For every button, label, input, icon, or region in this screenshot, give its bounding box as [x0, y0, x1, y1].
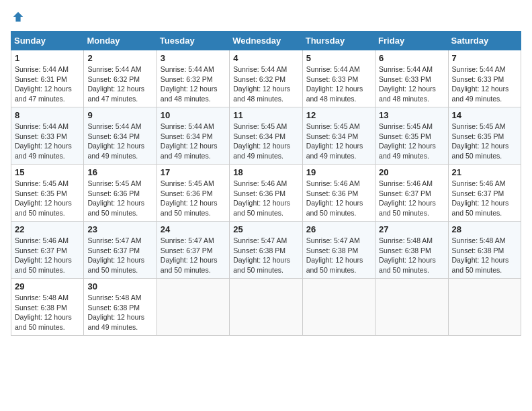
calendar-cell: [375, 279, 448, 336]
logo: [11, 11, 24, 23]
day-info: Sunrise: 5:47 AM Sunset: 6:38 PM Dayligh…: [306, 236, 371, 275]
calendar-cell: 9 Sunrise: 5:44 AM Sunset: 6:34 PM Dayli…: [84, 107, 157, 165]
day-info: Sunrise: 5:44 AM Sunset: 6:33 PM Dayligh…: [379, 64, 444, 104]
day-info: Sunrise: 5:47 AM Sunset: 6:37 PM Dayligh…: [87, 236, 152, 275]
day-info: Sunrise: 5:47 AM Sunset: 6:37 PM Dayligh…: [161, 236, 226, 275]
calendar-cell: [230, 279, 302, 336]
day-number: 25: [233, 224, 298, 234]
calendar-cell: 8 Sunrise: 5:44 AM Sunset: 6:33 PM Dayli…: [11, 107, 84, 165]
day-number: 8: [15, 110, 80, 120]
day-info: Sunrise: 5:44 AM Sunset: 6:32 PM Dayligh…: [161, 64, 226, 104]
day-number: 5: [306, 53, 371, 63]
calendar-cell: 5 Sunrise: 5:44 AM Sunset: 6:33 PM Dayli…: [302, 50, 375, 107]
day-number: 27: [379, 224, 444, 234]
calendar-cell: 26 Sunrise: 5:47 AM Sunset: 6:38 PM Dayl…: [302, 222, 375, 279]
day-number: 28: [452, 224, 517, 234]
day-number: 3: [161, 53, 226, 63]
calendar-cell: 20 Sunrise: 5:46 AM Sunset: 6:37 PM Dayl…: [375, 165, 448, 222]
day-info: Sunrise: 5:46 AM Sunset: 6:36 PM Dayligh…: [233, 179, 298, 218]
day-number: 9: [87, 110, 152, 120]
calendar-table: SundayMondayTuesdayWednesdayThursdayFrid…: [11, 31, 521, 336]
day-number: 19: [306, 167, 371, 177]
weekday-header-monday: Monday: [84, 32, 157, 50]
day-number: 13: [379, 110, 444, 120]
weekday-header-tuesday: Tuesday: [157, 32, 229, 50]
calendar-cell: 13 Sunrise: 5:45 AM Sunset: 6:35 PM Dayl…: [375, 107, 448, 165]
day-info: Sunrise: 5:46 AM Sunset: 6:36 PM Dayligh…: [306, 179, 371, 218]
day-number: 1: [15, 53, 80, 63]
day-number: 30: [87, 281, 152, 291]
calendar-cell: [157, 279, 229, 336]
day-number: 7: [452, 53, 517, 63]
day-number: 15: [15, 167, 80, 177]
day-number: 26: [306, 224, 371, 234]
calendar-cell: 10 Sunrise: 5:44 AM Sunset: 6:34 PM Dayl…: [157, 107, 229, 165]
day-number: 12: [306, 110, 371, 120]
day-info: Sunrise: 5:45 AM Sunset: 6:36 PM Dayligh…: [87, 179, 152, 218]
week-row-1: 1 Sunrise: 5:44 AM Sunset: 6:31 PM Dayli…: [11, 50, 521, 107]
week-row-2: 8 Sunrise: 5:44 AM Sunset: 6:33 PM Dayli…: [11, 107, 521, 165]
day-number: 10: [161, 110, 226, 120]
day-info: Sunrise: 5:48 AM Sunset: 6:38 PM Dayligh…: [15, 293, 80, 332]
day-number: 17: [161, 167, 226, 177]
day-info: Sunrise: 5:44 AM Sunset: 6:33 PM Dayligh…: [15, 122, 80, 161]
day-info: Sunrise: 5:46 AM Sunset: 6:37 PM Dayligh…: [15, 236, 80, 275]
calendar-cell: 19 Sunrise: 5:46 AM Sunset: 6:36 PM Dayl…: [302, 165, 375, 222]
calendar-cell: 22 Sunrise: 5:46 AM Sunset: 6:37 PM Dayl…: [11, 222, 84, 279]
calendar-cell: 11 Sunrise: 5:45 AM Sunset: 6:34 PM Dayl…: [230, 107, 302, 165]
day-info: Sunrise: 5:44 AM Sunset: 6:31 PM Dayligh…: [15, 64, 80, 104]
calendar-cell: 27 Sunrise: 5:48 AM Sunset: 6:38 PM Dayl…: [375, 222, 448, 279]
day-info: Sunrise: 5:48 AM Sunset: 6:38 PM Dayligh…: [379, 236, 444, 275]
day-info: Sunrise: 5:45 AM Sunset: 6:35 PM Dayligh…: [379, 122, 444, 161]
calendar-cell: [302, 279, 375, 336]
weekday-header-sunday: Sunday: [11, 32, 84, 50]
header: [11, 11, 521, 23]
calendar-cell: [448, 279, 521, 336]
day-info: Sunrise: 5:44 AM Sunset: 6:33 PM Dayligh…: [452, 64, 517, 104]
calendar-cell: 2 Sunrise: 5:44 AM Sunset: 6:32 PM Dayli…: [84, 50, 157, 107]
day-number: 2: [87, 53, 152, 63]
calendar-cell: 21 Sunrise: 5:46 AM Sunset: 6:37 PM Dayl…: [448, 165, 521, 222]
calendar-cell: 25 Sunrise: 5:47 AM Sunset: 6:38 PM Dayl…: [230, 222, 302, 279]
calendar-cell: 4 Sunrise: 5:44 AM Sunset: 6:32 PM Dayli…: [230, 50, 302, 107]
svg-marker-0: [13, 12, 23, 21]
day-number: 29: [15, 281, 80, 291]
day-info: Sunrise: 5:44 AM Sunset: 6:34 PM Dayligh…: [161, 122, 226, 161]
day-number: 11: [233, 110, 298, 120]
day-info: Sunrise: 5:45 AM Sunset: 6:34 PM Dayligh…: [233, 122, 298, 161]
calendar-cell: 16 Sunrise: 5:45 AM Sunset: 6:36 PM Dayl…: [84, 165, 157, 222]
weekday-header-friday: Friday: [375, 32, 448, 50]
day-number: 6: [379, 53, 444, 63]
day-info: Sunrise: 5:46 AM Sunset: 6:37 PM Dayligh…: [452, 179, 517, 218]
day-info: Sunrise: 5:48 AM Sunset: 6:38 PM Dayligh…: [87, 293, 152, 332]
logo-icon: [12, 11, 24, 23]
day-info: Sunrise: 5:44 AM Sunset: 6:32 PM Dayligh…: [233, 64, 298, 104]
day-info: Sunrise: 5:44 AM Sunset: 6:34 PM Dayligh…: [87, 122, 152, 161]
day-info: Sunrise: 5:47 AM Sunset: 6:38 PM Dayligh…: [233, 236, 298, 275]
calendar-cell: 15 Sunrise: 5:45 AM Sunset: 6:35 PM Dayl…: [11, 165, 84, 222]
day-info: Sunrise: 5:46 AM Sunset: 6:37 PM Dayligh…: [379, 179, 444, 218]
day-number: 14: [452, 110, 517, 120]
day-info: Sunrise: 5:45 AM Sunset: 6:34 PM Dayligh…: [306, 122, 371, 161]
calendar-cell: 29 Sunrise: 5:48 AM Sunset: 6:38 PM Dayl…: [11, 279, 84, 336]
calendar-cell: 12 Sunrise: 5:45 AM Sunset: 6:34 PM Dayl…: [302, 107, 375, 165]
day-info: Sunrise: 5:45 AM Sunset: 6:35 PM Dayligh…: [452, 122, 517, 161]
day-number: 22: [15, 224, 80, 234]
calendar-cell: 14 Sunrise: 5:45 AM Sunset: 6:35 PM Dayl…: [448, 107, 521, 165]
calendar-cell: 23 Sunrise: 5:47 AM Sunset: 6:37 PM Dayl…: [84, 222, 157, 279]
calendar-cell: 3 Sunrise: 5:44 AM Sunset: 6:32 PM Dayli…: [157, 50, 229, 107]
day-info: Sunrise: 5:45 AM Sunset: 6:36 PM Dayligh…: [161, 179, 226, 218]
day-number: 18: [233, 167, 298, 177]
calendar-header-row: SundayMondayTuesdayWednesdayThursdayFrid…: [11, 32, 521, 50]
week-row-4: 22 Sunrise: 5:46 AM Sunset: 6:37 PM Dayl…: [11, 222, 521, 279]
calendar-cell: 24 Sunrise: 5:47 AM Sunset: 6:37 PM Dayl…: [157, 222, 229, 279]
week-row-5: 29 Sunrise: 5:48 AM Sunset: 6:38 PM Dayl…: [11, 279, 521, 336]
day-info: Sunrise: 5:44 AM Sunset: 6:32 PM Dayligh…: [87, 64, 152, 104]
week-row-3: 15 Sunrise: 5:45 AM Sunset: 6:35 PM Dayl…: [11, 165, 521, 222]
day-number: 20: [379, 167, 444, 177]
calendar-cell: 6 Sunrise: 5:44 AM Sunset: 6:33 PM Dayli…: [375, 50, 448, 107]
weekday-header-thursday: Thursday: [302, 32, 375, 50]
day-number: 24: [161, 224, 226, 234]
day-number: 4: [233, 53, 298, 63]
calendar-cell: 18 Sunrise: 5:46 AM Sunset: 6:36 PM Dayl…: [230, 165, 302, 222]
